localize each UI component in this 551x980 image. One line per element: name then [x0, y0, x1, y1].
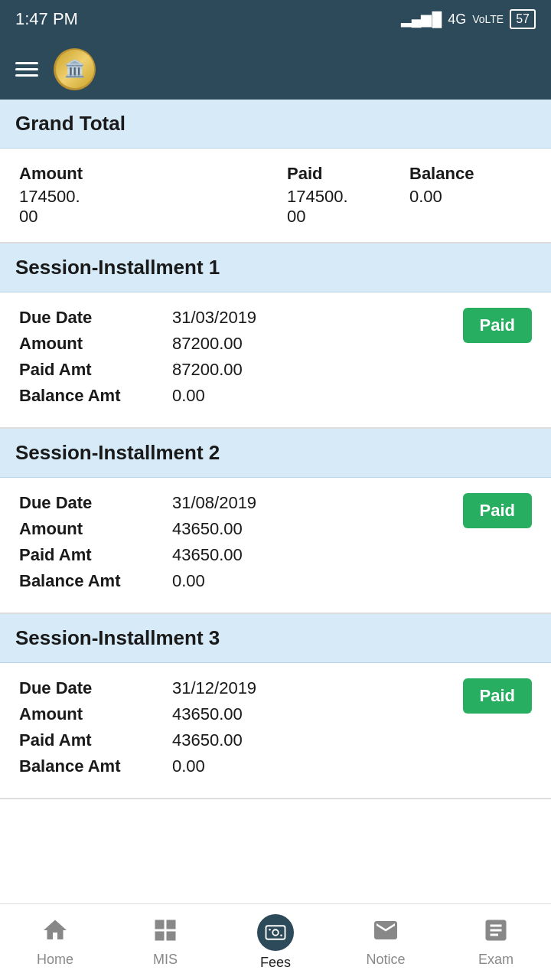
due-date-label-2: Due Date — [19, 493, 172, 513]
balance-label: Balance — [409, 164, 532, 184]
network-type: 4G — [448, 11, 466, 28]
installment-3-header: Session-Installment 3 — [0, 614, 551, 663]
nav-home[interactable]: Home — [0, 904, 110, 980]
amount-value-2: 43650.00 — [172, 519, 243, 539]
paid-badge-1: Paid — [463, 308, 532, 343]
paid-amt-label-1: Paid Amt — [19, 360, 172, 380]
installment-2-fields: Due Date 31/08/2019 Amount 43650.00 Paid… — [19, 493, 256, 597]
balance-amt-value-3: 0.00 — [172, 756, 205, 776]
grand-total-row: Amount 174500.00 Paid 174500.00 Balance … — [19, 164, 532, 227]
balance-amt-value-2: 0.00 — [172, 571, 205, 591]
paid-amt-row-3: Paid Amt 43650.00 — [19, 730, 256, 750]
paid-label: Paid — [287, 164, 409, 184]
nav-fees-label: Fees — [260, 955, 291, 971]
amount-label-3: Amount — [19, 704, 172, 724]
exam-icon — [482, 916, 510, 948]
amount-value: 174500.00 — [19, 187, 287, 227]
amount-row-3: Amount 43650.00 — [19, 704, 256, 724]
balance-amt-label-1: Balance Amt — [19, 386, 172, 406]
installment-3-title: Session-Installment 3 — [15, 626, 536, 650]
svg-point-1 — [272, 929, 279, 936]
status-bar: 1:47 PM ▂▄▆█ 4G VoLTE 57 — [0, 0, 551, 38]
volte-icon: VoLTE — [472, 13, 504, 25]
signal-icon: ▂▄▆█ — [401, 11, 442, 28]
balance-amt-label-3: Balance Amt — [19, 756, 172, 776]
balance-value: 0.00 — [409, 187, 532, 207]
app-header: 🏛️ — [0, 38, 551, 100]
battery-icon: 57 — [510, 9, 536, 29]
balance-col: Balance 0.00 — [409, 164, 532, 207]
due-date-row-3: Due Date 31/12/2019 — [19, 678, 256, 698]
home-icon — [41, 916, 69, 948]
due-date-value-2: 31/08/2019 — [172, 493, 256, 513]
page-content: Grand Total Amount 174500.00 Paid 174500… — [0, 100, 551, 884]
nav-fees[interactable]: Fees — [220, 904, 331, 980]
grand-total-header: Grand Total — [0, 100, 551, 149]
app-logo: 🏛️ — [54, 48, 96, 90]
installment-3-fields: Due Date 31/12/2019 Amount 43650.00 Paid… — [19, 678, 256, 782]
amount-row-2: Amount 43650.00 — [19, 519, 256, 539]
due-date-label-3: Due Date — [19, 678, 172, 698]
amount-col: Amount 174500.00 — [19, 164, 287, 227]
amount-label: Amount — [19, 164, 287, 184]
due-date-value-1: 31/03/2019 — [172, 308, 256, 328]
menu-button[interactable] — [15, 62, 38, 77]
svg-rect-0 — [266, 926, 285, 939]
amount-value-1: 87200.00 — [172, 334, 243, 354]
nav-mis-label: MIS — [153, 952, 178, 968]
installment-1-fields: Due Date 31/03/2019 Amount 87200.00 Paid… — [19, 308, 256, 412]
paid-amt-row-2: Paid Amt 43650.00 — [19, 545, 256, 565]
fees-icon — [257, 914, 294, 951]
balance-amt-row-2: Balance Amt 0.00 — [19, 571, 256, 591]
nav-exam-label: Exam — [478, 952, 514, 968]
installment-2-body: Due Date 31/08/2019 Amount 43650.00 Paid… — [0, 478, 551, 614]
balance-amt-value-1: 0.00 — [172, 386, 205, 406]
due-date-row-2: Due Date 31/08/2019 — [19, 493, 256, 513]
status-icons: ▂▄▆█ 4G VoLTE 57 — [401, 9, 536, 29]
grand-total-title: Grand Total — [15, 112, 536, 136]
paid-amt-label-3: Paid Amt — [19, 730, 172, 750]
nav-mis[interactable]: MIS — [110, 904, 220, 980]
installment-2-title: Session-Installment 2 — [15, 441, 536, 465]
paid-amt-value-3: 43650.00 — [172, 730, 243, 750]
paid-amt-value-1: 87200.00 — [172, 360, 243, 380]
nav-notice[interactable]: Notice — [331, 904, 441, 980]
amount-value-3: 43650.00 — [172, 704, 243, 724]
paid-col: Paid 174500.00 — [287, 164, 409, 227]
installment-1-title: Session-Installment 1 — [15, 256, 536, 279]
amount-label-2: Amount — [19, 519, 172, 539]
due-date-row-1: Due Date 31/03/2019 — [19, 308, 256, 328]
installment-2-header: Session-Installment 2 — [0, 429, 551, 478]
paid-badge-2: Paid — [463, 493, 532, 528]
bottom-nav: Home MIS Fees N — [0, 903, 551, 980]
amount-label-1: Amount — [19, 334, 172, 354]
installment-1-header: Session-Installment 1 — [0, 243, 551, 292]
grand-total-body: Amount 174500.00 Paid 174500.00 Balance … — [0, 149, 551, 243]
due-date-label-1: Due Date — [19, 308, 172, 328]
balance-amt-row-1: Balance Amt 0.00 — [19, 386, 256, 406]
installment-3-body: Due Date 31/12/2019 Amount 43650.00 Paid… — [0, 663, 551, 799]
nav-notice-label: Notice — [366, 952, 405, 968]
due-date-value-3: 31/12/2019 — [172, 678, 256, 698]
amount-row-1: Amount 87200.00 — [19, 334, 256, 354]
paid-amt-row-1: Paid Amt 87200.00 — [19, 360, 256, 380]
paid-amt-label-2: Paid Amt — [19, 545, 172, 565]
paid-amt-value-2: 43650.00 — [172, 545, 243, 565]
nav-home-label: Home — [37, 952, 73, 968]
balance-amt-label-2: Balance Amt — [19, 571, 172, 591]
status-time: 1:47 PM — [15, 9, 78, 29]
installment-1-body: Due Date 31/03/2019 Amount 87200.00 Paid… — [0, 292, 551, 429]
paid-badge-3: Paid — [463, 678, 532, 714]
nav-exam[interactable]: Exam — [441, 904, 551, 980]
notice-icon — [372, 916, 399, 948]
mis-icon — [152, 916, 179, 948]
balance-amt-row-3: Balance Amt 0.00 — [19, 756, 256, 776]
paid-value: 174500.00 — [287, 187, 409, 227]
